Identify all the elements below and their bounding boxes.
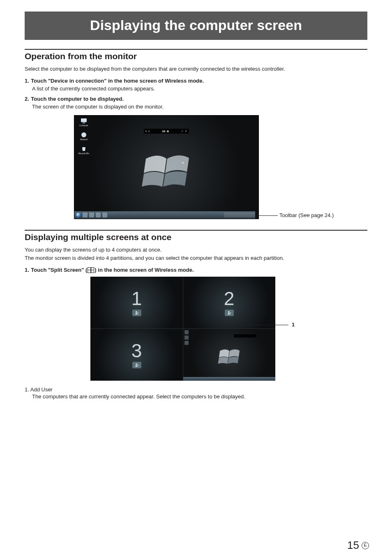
page-number-value: 15	[347, 539, 359, 552]
rule	[25, 49, 367, 50]
section2-intro1: You can display the screens of up to 4 c…	[25, 246, 367, 254]
section2-steps: 1. Touch "Split Screen" () in the home s…	[25, 266, 367, 273]
step-1: 1. Touch "Split Screen" () in the home s…	[25, 266, 367, 273]
taskbar-item	[89, 213, 94, 217]
partition-3: 3	[90, 328, 183, 381]
partition-2: 2	[183, 277, 275, 329]
svg-point-3	[182, 162, 184, 164]
taskbar-item	[83, 213, 88, 217]
callout-leader	[234, 325, 288, 325]
screenshot-1-wrap: Computer Network Recycle Bin ▾ ⎚▮▮ ◼⤢ ✕	[74, 115, 362, 219]
split-divider-horizontal	[90, 328, 275, 329]
start-orb-icon	[76, 213, 81, 217]
desktop-icon-recycle: Recycle Bin	[78, 146, 90, 155]
desktop-icon-computer: Computer	[78, 118, 90, 127]
step-1: 1. Touch "Device in connection" in the h…	[25, 77, 367, 92]
svg-point-5	[228, 311, 230, 313]
partition-number: 3	[131, 341, 142, 360]
page-suffix-badge: E	[362, 542, 369, 549]
partition-number: 2	[224, 289, 235, 308]
mini-toolbar	[234, 334, 256, 338]
callout-number-1: 1	[292, 321, 295, 328]
callout-toolbar: Toolbar (See page 24.)	[279, 212, 334, 218]
svg-point-2	[81, 132, 86, 137]
step-2: 2. Touch the computer to be displayed. T…	[25, 95, 367, 111]
partition-number: 1	[131, 289, 142, 308]
desktop-icon-network: Network	[78, 132, 90, 141]
section-heading-multiple: Displaying multiple screens at once	[25, 232, 367, 242]
taskbar-item	[102, 213, 107, 217]
step-sub: A list of the currently connected comput…	[32, 85, 367, 92]
section1-steps: 1. Touch "Device in connection" in the h…	[25, 77, 367, 111]
desktop-icon-label: Computer	[78, 124, 90, 127]
screenshot-2-wrap: 1 2 3	[90, 277, 370, 381]
toolbar-handle	[255, 211, 258, 219]
svg-point-6	[136, 363, 137, 365]
step-text-post: ) in the home screen of Wireless mode.	[95, 267, 194, 273]
legend-title: Add User	[30, 386, 53, 393]
add-user-icon	[132, 310, 141, 316]
callout-leader	[257, 215, 278, 216]
desktop-icon-label: Network	[78, 138, 90, 141]
floating-toolbar: ▾ ⎚▮▮ ◼⤢ ✕	[144, 129, 189, 134]
svg-rect-0	[81, 118, 87, 122]
section1-intro: Select the computer to be displayed from…	[25, 65, 367, 73]
section-heading-operation: Operation from the monitor	[25, 51, 367, 61]
taskbar	[74, 211, 258, 219]
legend: 1. Add User The computers that are curre…	[25, 386, 367, 400]
svg-point-4	[136, 311, 137, 313]
screenshot-split: 1 2 3	[90, 277, 275, 381]
page-title-banner: Displaying the computer screen	[25, 12, 367, 40]
taskbar-item	[96, 213, 101, 217]
split-screen-icon	[88, 267, 94, 273]
legend-num: 1.	[25, 386, 29, 393]
page-number: 15 E	[347, 539, 369, 552]
step-sub: The screen of the computer is displayed …	[32, 103, 367, 111]
svg-rect-1	[83, 123, 85, 123]
mini-taskbar	[183, 377, 275, 381]
desktop-icon-label: Recycle Bin	[78, 152, 90, 155]
add-user-icon	[132, 362, 141, 368]
partition-4	[183, 328, 275, 381]
step-text-pre: Touch "Split Screen" (	[31, 267, 87, 273]
step-title: Touch the computer to be displayed.	[31, 96, 124, 102]
step-number: 2.	[25, 96, 29, 102]
add-user-icon	[225, 310, 234, 316]
step-number: 1.	[25, 267, 29, 273]
windows-logo	[218, 347, 240, 364]
system-tray	[224, 213, 257, 217]
section2-intro2: The monitor screen is divided into 4 par…	[25, 254, 367, 262]
step-number: 1.	[25, 78, 29, 84]
windows-logo	[142, 150, 191, 187]
step-title: Touch "Device in connection" in the home…	[31, 78, 204, 84]
screenshot-monitor: Computer Network Recycle Bin ▾ ⎚▮▮ ◼⤢ ✕	[74, 115, 259, 219]
legend-body: The computers that are currently connect…	[32, 393, 367, 400]
rule	[25, 230, 367, 231]
partition-1: 1	[90, 277, 183, 329]
